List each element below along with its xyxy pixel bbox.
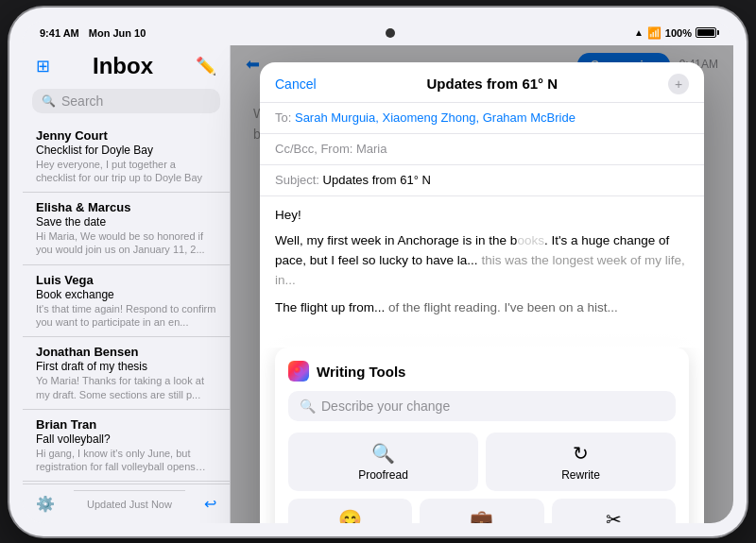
writing-tools-header: Writing Tools	[288, 361, 676, 382]
mail-preview: Yo Maria! Thanks for taking a look at my…	[36, 374, 216, 401]
sidebar-panel-icon[interactable]: ⊞	[36, 56, 50, 76]
professional-button[interactable]: 💼 Professional	[420, 499, 543, 522]
compose-body[interactable]: Hey! Well, my first week in Anchorage is…	[260, 196, 704, 348]
mail-preview: Hi Maria, We would be so honored if you …	[36, 229, 216, 257]
mail-preview: It's that time again! Respond to confirm…	[36, 302, 216, 330]
wt-search-icon: 🔍	[300, 399, 316, 414]
cancel-button[interactable]: Cancel	[275, 76, 317, 92]
mail-list: Jenny Court Checklist for Doyle Bay Hey …	[23, 121, 230, 484]
rewrite-button[interactable]: ↻ Rewrite	[486, 433, 676, 491]
wt-main-buttons: 🔍 Proofread ↻ Rewrite	[288, 433, 676, 491]
svg-point-0	[294, 366, 303, 376]
compose-title: Updates from 61° N	[427, 76, 558, 92]
search-bar[interactable]: 🔍 Search	[32, 89, 220, 113]
proofread-button[interactable]: 🔍 Proofread	[288, 433, 478, 491]
compose-more-button[interactable]: +	[668, 74, 689, 94]
compose-subject-field[interactable]: Subject: Updates from 61° N	[260, 165, 704, 196]
compose-overlay: Cancel Updates from 61° N + To: Sarah Mu…	[231, 45, 733, 523]
battery-label: 100%	[665, 27, 692, 39]
friendly-icon: 😊	[338, 508, 362, 522]
cc-label: Cc/Bcc, From: Maria	[275, 142, 387, 156]
mail-subject: First draft of my thesis	[36, 360, 216, 373]
mail-item[interactable]: Elisha & Marcus Save the date Hi Maria, …	[23, 193, 230, 265]
wt-tone-buttons: 😊 Friendly 💼 Professional ✂ Concise	[288, 499, 676, 522]
rewrite-label: Rewrite	[561, 468, 600, 482]
mail-subject: Fall volleyball?	[36, 433, 216, 446]
mail-item[interactable]: Jenny Court Checklist for Doyle Bay Hey …	[23, 121, 230, 194]
compose-to-field[interactable]: To: Sarah Murguia, Xiaomeng Zhong, Graha…	[260, 103, 704, 134]
mail-sender: Luis Vega	[36, 273, 216, 287]
concise-button[interactable]: ✂ Concise	[552, 499, 676, 522]
writing-tools-title: Writing Tools	[317, 364, 405, 380]
status-left: 9:41 AM Mon Jun 10	[40, 27, 146, 39]
sidebar-header: ⊞ Inbox ✏️	[23, 45, 230, 85]
battery-icon	[696, 27, 716, 38]
subject-label: Subject:	[275, 173, 323, 187]
sidebar-compose-icon[interactable]: ↩	[204, 495, 216, 513]
wifi-icon: 📶	[647, 26, 662, 40]
friendly-button[interactable]: 😊 Friendly	[288, 499, 412, 522]
mail-item[interactable]: Brian Tran Fall volleyball? Hi gang, I k…	[23, 410, 230, 483]
inbox-title: Inbox	[93, 53, 153, 79]
mail-sender: Jonathan Bensen	[36, 345, 216, 359]
to-value: Sarah Murguia, Xiaomeng Zhong, Graham Mc…	[295, 110, 576, 125]
mail-sender: Elisha & Marcus	[36, 200, 216, 214]
professional-icon: 💼	[470, 508, 493, 522]
concise-icon: ✂	[606, 508, 622, 522]
mail-subject: Checklist for Doyle Bay	[36, 144, 216, 157]
mail-preview: Hey everyone, I put together a checklist…	[36, 158, 216, 185]
mail-sender: Jenny Court	[36, 128, 216, 143]
subject-value: Updates from 61° N	[323, 173, 431, 187]
status-right: ▲ 📶 100%	[634, 26, 716, 40]
body-text: Well, my first week in Anchorage is in t…	[275, 231, 689, 291]
status-date: Mon Jun 10	[89, 27, 146, 39]
ipad-frame: 9:41 AM Mon Jun 10 ▲ 📶 100% ⊞ Inbox ✏️	[9, 8, 747, 536]
proofread-label: Proofread	[358, 468, 408, 482]
rewrite-icon: ↻	[573, 442, 589, 465]
wt-search-placeholder: Describe your change	[321, 399, 450, 414]
mail-subject: Save the date	[36, 215, 216, 229]
updated-status: Updated Just Now	[74, 490, 185, 518]
compose-cc-field[interactable]: Cc/Bcc, From: Maria	[260, 134, 704, 165]
mail-item[interactable]: Jonathan Bensen First draft of my thesis…	[23, 337, 230, 410]
proofread-icon: 🔍	[371, 442, 395, 465]
writing-tools-search[interactable]: 🔍 Describe your change	[288, 391, 676, 421]
search-icon: 🔍	[42, 94, 56, 108]
writing-tools-panel: Writing Tools 🔍 Describe your change 🔍 P…	[275, 348, 689, 522]
writing-tools-icon	[288, 361, 309, 382]
compose-icon[interactable]: ✏️	[196, 56, 216, 76]
sidebar-bottom-bar: ⚙️ Updated Just Now ↩	[23, 484, 230, 523]
compose-modal: Cancel Updates from 61° N + To: Sarah Mu…	[260, 62, 704, 523]
mail-item[interactable]: Luis Vega Book exchange It's that time a…	[23, 265, 230, 338]
body-greeting: Hey!	[275, 206, 689, 226]
mail-sender: Brian Tran	[36, 417, 216, 432]
sidebar-settings-icon[interactable]: ⚙️	[36, 495, 55, 513]
main-content: ⊞ Inbox ✏️ 🔍 Search Jenny Court Checklis…	[23, 45, 733, 523]
sidebar: ⊞ Inbox ✏️ 🔍 Search Jenny Court Checklis…	[23, 45, 231, 523]
compose-header: Cancel Updates from 61° N +	[260, 62, 704, 103]
body-text-2: The flight up from... of the flight read…	[275, 298, 689, 318]
signal-icon: ▲	[634, 27, 644, 38]
camera	[386, 28, 395, 38]
status-bar: 9:41 AM Mon Jun 10 ▲ 📶 100%	[23, 21, 733, 45]
status-time: 9:41 AM	[40, 27, 79, 39]
email-area: ⬅ Summarize 9:41AM Well, my first week i…	[231, 45, 733, 523]
mail-preview: Hi gang, I know it's only June, but regi…	[36, 447, 216, 474]
search-placeholder: Search	[61, 93, 103, 109]
screen: 9:41 AM Mon Jun 10 ▲ 📶 100% ⊞ Inbox ✏️	[23, 21, 733, 523]
mail-subject: Book exchange	[36, 288, 216, 301]
to-label: To:	[275, 110, 291, 125]
